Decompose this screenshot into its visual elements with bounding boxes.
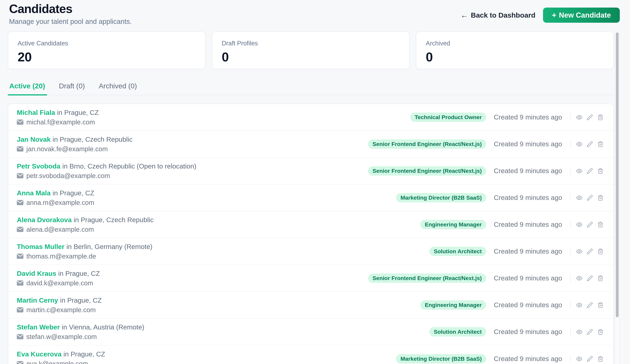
- candidate-info: Petr Svobodain Brno, Czech Republic (Ope…: [17, 163, 196, 180]
- candidate-name-link[interactable]: Eva Kucerova: [17, 350, 62, 358]
- edit-candidate-button[interactable]: [586, 140, 594, 149]
- delete-candidate-button[interactable]: [596, 113, 605, 122]
- view-candidate-button[interactable]: [575, 274, 584, 283]
- candidate-location: in Prague, Czech Republic: [52, 136, 132, 143]
- view-candidate-button[interactable]: [575, 220, 584, 229]
- delete-candidate-button[interactable]: [596, 220, 605, 229]
- candidate-email: thomas.m@example.de: [26, 253, 96, 260]
- stat-label: Active Candidates: [18, 40, 196, 47]
- candidate-info: David Krausin Prague, CZ david.k@example…: [17, 270, 100, 287]
- stat-value: 0: [222, 49, 400, 64]
- tab-active[interactable]: Active (20): [9, 82, 45, 95]
- actions-divider: [570, 113, 571, 121]
- edit-candidate-button[interactable]: [586, 113, 594, 122]
- edit-candidate-button[interactable]: [586, 274, 594, 283]
- edit-candidate-button[interactable]: [586, 328, 594, 336]
- mail-icon: [17, 120, 24, 125]
- scrollbar-track[interactable]: [615, 32, 620, 364]
- candidate-row: Michal Fialain Prague, CZ michal.f@examp…: [8, 104, 613, 131]
- view-candidate-button[interactable]: [575, 140, 584, 149]
- trash-icon: [598, 195, 604, 201]
- candidate-name-link[interactable]: Thomas Muller: [17, 243, 64, 250]
- edit-candidate-button[interactable]: [586, 167, 594, 175]
- candidate-name-link[interactable]: Stefan Weber: [17, 323, 60, 331]
- edit-candidate-button[interactable]: [586, 301, 594, 309]
- candidate-location: in Vienna, Austria (Remote): [62, 323, 144, 331]
- edit-candidate-button[interactable]: [586, 247, 594, 256]
- candidate-name-link[interactable]: Martin Cerny: [17, 297, 58, 304]
- trash-icon: [598, 329, 604, 335]
- delete-candidate-button[interactable]: [596, 301, 605, 309]
- candidate-email: alena.d@example.com: [26, 226, 94, 233]
- role-badge: Senior Frontend Engineer (React/Next.js): [368, 273, 486, 283]
- pencil-icon: [587, 329, 593, 335]
- candidate-email: petr.svoboda@example.com: [26, 172, 110, 180]
- candidate-row-actions: Technical Product Owner Created 9 minute…: [410, 113, 605, 122]
- trash-icon: [598, 248, 604, 255]
- candidate-name-link[interactable]: Jan Novak: [17, 136, 50, 143]
- back-to-dashboard-label: Back to Dashboard: [471, 11, 536, 19]
- delete-candidate-button[interactable]: [596, 140, 605, 149]
- role-badge: Solution Architect: [429, 327, 486, 337]
- stat-label: Draft Profiles: [222, 40, 400, 47]
- candidate-location: in Prague, CZ: [52, 189, 94, 197]
- delete-candidate-button[interactable]: [596, 167, 605, 175]
- mail-icon: [17, 307, 24, 313]
- mail-icon: [17, 173, 24, 178]
- tab-archived[interactable]: Archived (0): [99, 82, 137, 95]
- view-candidate-button[interactable]: [575, 193, 584, 202]
- candidate-row-actions: Marketing Director (B2B SaaS) Created 9 …: [396, 354, 605, 364]
- role-badge: Engineering Manager: [420, 220, 486, 229]
- eye-icon: [576, 221, 582, 228]
- candidate-location: in Prague, CZ: [58, 270, 100, 277]
- edit-candidate-button[interactable]: [586, 355, 594, 363]
- created-timestamp: Created 9 minutes ago: [494, 167, 562, 175]
- created-timestamp: Created 9 minutes ago: [494, 301, 562, 309]
- candidate-name-link[interactable]: Michal Fiala: [17, 109, 55, 116]
- view-candidate-button[interactable]: [575, 247, 584, 256]
- delete-candidate-button[interactable]: [596, 274, 605, 283]
- mail-icon: [17, 280, 24, 286]
- candidate-info: Jan Novakin Prague, Czech Republic jan.n…: [17, 136, 132, 153]
- view-candidate-button[interactable]: [575, 301, 584, 309]
- role-badge: Engineering Manager: [420, 300, 486, 310]
- view-candidate-button[interactable]: [575, 167, 584, 175]
- scrollbar-thumb[interactable]: [616, 32, 619, 317]
- candidate-row-actions: Solution Architect Created 9 minutes ago: [429, 327, 605, 337]
- candidate-location: in Berlin, Germany (Remote): [66, 243, 152, 250]
- candidate-list: Michal Fialain Prague, CZ michal.f@examp…: [8, 104, 614, 364]
- delete-candidate-button[interactable]: [596, 355, 605, 363]
- back-arrow-icon: ←: [461, 11, 468, 19]
- stat-label: Archived: [426, 40, 604, 47]
- candidate-row: Jan Novakin Prague, Czech Republic jan.n…: [8, 131, 613, 158]
- candidate-name-link[interactable]: Anna Mala: [17, 189, 50, 197]
- candidate-location: in Brno, Czech Republic (Open to relocat…: [62, 163, 196, 170]
- actions-divider: [570, 247, 571, 256]
- candidate-name-link[interactable]: Alena Dvorakova: [17, 216, 72, 224]
- delete-candidate-button[interactable]: [596, 247, 605, 256]
- eye-icon: [576, 248, 582, 255]
- view-candidate-button[interactable]: [575, 113, 584, 122]
- candidate-info: Michal Fialain Prague, CZ michal.f@examp…: [17, 109, 99, 126]
- mail-icon: [17, 254, 24, 259]
- new-candidate-button[interactable]: + New Candidate: [543, 7, 620, 23]
- pencil-icon: [587, 302, 593, 308]
- delete-candidate-button[interactable]: [596, 193, 605, 202]
- edit-candidate-button[interactable]: [586, 220, 594, 229]
- edit-candidate-button[interactable]: [586, 193, 594, 202]
- list-tabs: Active (20) Draft (0) Archived (0): [8, 82, 614, 95]
- role-badge: Senior Frontend Engineer (React/Next.js): [368, 139, 486, 149]
- tab-draft[interactable]: Draft (0): [59, 82, 85, 95]
- mail-icon: [17, 146, 24, 152]
- created-timestamp: Created 9 minutes ago: [494, 328, 562, 336]
- view-candidate-button[interactable]: [575, 328, 584, 336]
- eye-icon: [576, 141, 582, 148]
- view-candidate-button[interactable]: [575, 355, 584, 363]
- back-to-dashboard-link[interactable]: ← Back to Dashboard: [461, 11, 536, 19]
- candidate-name-link[interactable]: Petr Svoboda: [17, 163, 60, 170]
- header-actions: ← Back to Dashboard + New Candidate: [461, 7, 620, 23]
- eye-icon: [576, 114, 582, 121]
- page-header: Candidates Manage your talent pool and a…: [9, 2, 132, 26]
- candidate-name-link[interactable]: David Kraus: [17, 270, 56, 277]
- delete-candidate-button[interactable]: [596, 328, 605, 336]
